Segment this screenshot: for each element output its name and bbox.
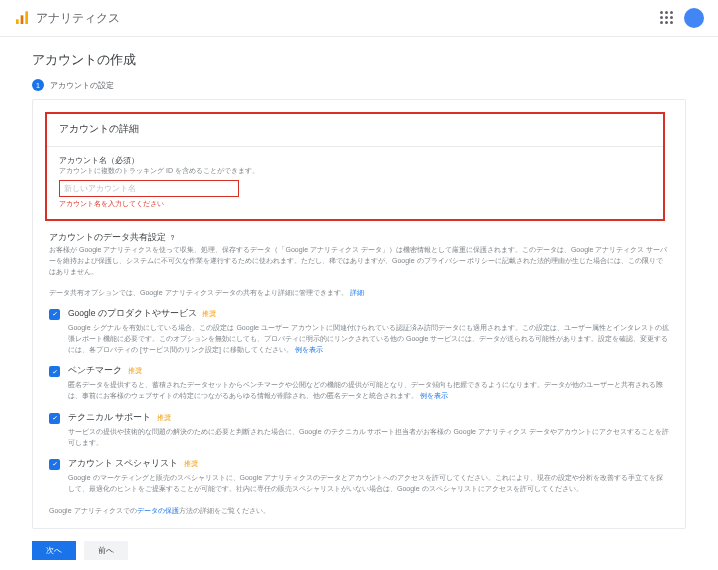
- protect-note: Google アナリティクスでのデータの保護方法の詳細をご覧ください。: [49, 506, 669, 516]
- apps-icon[interactable]: [660, 11, 674, 25]
- account-name-error: アカウント名を入力してください: [59, 200, 651, 209]
- main-content: アカウントの作成 1 アカウントの設定 アカウントの詳細 アカウント名（必須） …: [0, 37, 718, 570]
- example-link[interactable]: 例を表示: [295, 346, 323, 353]
- opt-desc: Google シグナル を有効にしている場合、この設定は Google ユーザー…: [68, 322, 669, 356]
- example-link[interactable]: 例を表示: [420, 392, 448, 399]
- page-title: アカウントの作成: [32, 51, 686, 69]
- share-option-1: ベンチマーク 推奨 匿名データを提供すると、蓄積されたデータセットからベンチマー…: [49, 365, 669, 401]
- share-option-0: Google のプロダクトやサービス 推奨 Google シグナル を有効にして…: [49, 308, 669, 356]
- account-details-highlight: アカウントの詳細 アカウント名（必須） アカウントに複数のトラッキング ID を…: [45, 112, 665, 221]
- step-1-number: 1: [32, 79, 44, 91]
- checkbox-products[interactable]: [49, 309, 60, 320]
- account-details-title: アカウントの詳細: [59, 122, 651, 136]
- brand: アナリティクス: [14, 10, 120, 27]
- account-name-label: アカウント名（必須）: [59, 155, 651, 166]
- data-protect-link[interactable]: データの保護: [137, 507, 179, 514]
- reco-badge: 推奨: [202, 310, 216, 317]
- opt-title: アカウント スペシャリスト: [68, 458, 178, 468]
- button-row: 次へ 前へ: [32, 541, 686, 560]
- data-sharing-section: アカウントのデータ共有設定 ？ お客様が Google アナリティクスを使って収…: [49, 231, 669, 516]
- account-name-sub: アカウントに複数のトラッキング ID を含めることができます。: [59, 166, 651, 176]
- step-1-label: アカウントの設定: [50, 80, 114, 91]
- sharing-desc: お客様が Google アナリティクスを使って収集、処理、保存するデータ（「Go…: [49, 244, 669, 278]
- reco-badge: 推奨: [128, 367, 142, 374]
- next-button[interactable]: 次へ: [32, 541, 76, 560]
- opt-title: テクニカル サポート: [68, 412, 151, 422]
- reco-badge: 推奨: [184, 460, 198, 467]
- user-avatar[interactable]: [684, 8, 704, 28]
- svg-rect-0: [16, 19, 19, 24]
- opt-desc: 匿名データを提供すると、蓄積されたデータセットからベンチマークや公開などの機能の…: [68, 379, 669, 401]
- svg-rect-1: [21, 15, 24, 24]
- step-1: 1 アカウントの設定: [32, 79, 686, 91]
- share-option-3: アカウント スペシャリスト 推奨 Google のマーケティングと販売のスペシャ…: [49, 458, 669, 494]
- opt-desc: Google のマーケティングと販売のスペシャリストに、Google アナリティ…: [68, 472, 669, 494]
- prev-button[interactable]: 前へ: [84, 541, 128, 560]
- share-option-2: テクニカル サポート 推奨 サービスの提供や技術的な問題の解決のために必要と判断…: [49, 412, 669, 448]
- svg-rect-2: [25, 11, 28, 24]
- reco-badge: 推奨: [157, 414, 171, 421]
- checkbox-specialist[interactable]: [49, 459, 60, 470]
- opt-desc: サービスの提供や技術的な問題の解決のために必要と判断された場合に、Google …: [68, 426, 669, 448]
- top-bar: アナリティクス: [0, 0, 718, 37]
- sharing-intro: データ共有オプションでは、Google アナリティクス データの共有をより詳細に…: [49, 288, 669, 298]
- opt-title: ベンチマーク: [68, 365, 122, 375]
- sharing-intro-link[interactable]: 詳細: [350, 289, 364, 296]
- checkbox-support[interactable]: [49, 413, 60, 424]
- top-right: [660, 8, 704, 28]
- sharing-heading: アカウントのデータ共有設定: [49, 232, 166, 242]
- account-name-input[interactable]: [59, 180, 239, 197]
- settings-card: アカウントの詳細 アカウント名（必須） アカウントに複数のトラッキング ID を…: [32, 99, 686, 529]
- analytics-logo-icon: [14, 10, 30, 26]
- help-icon[interactable]: ？: [169, 234, 176, 241]
- product-name: アナリティクス: [36, 10, 120, 27]
- checkbox-benchmark[interactable]: [49, 366, 60, 377]
- opt-title: Google のプロダクトやサービス: [68, 308, 197, 318]
